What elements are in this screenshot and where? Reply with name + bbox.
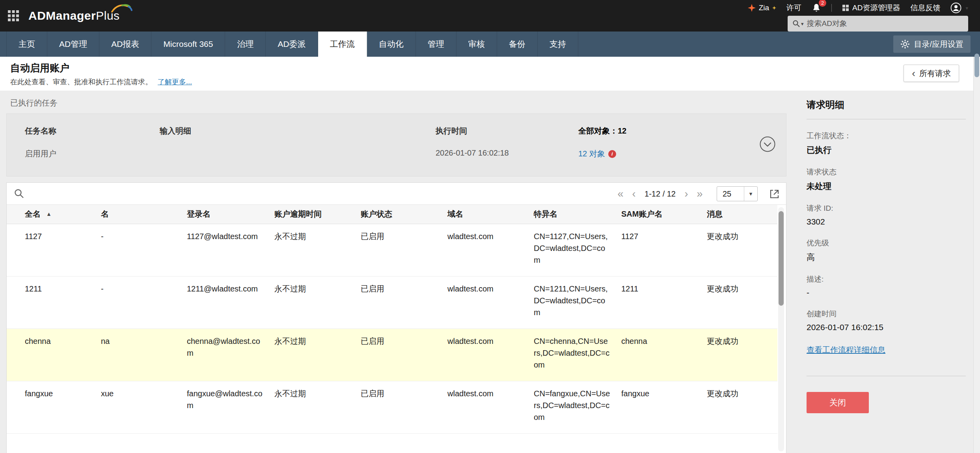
objects-link-label: 12 对象 (578, 149, 605, 159)
cell-domain: wladtest.com (442, 329, 528, 381)
brand-name: ADManager (28, 9, 96, 22)
tab-m365[interactable]: Microsoft 365 (151, 32, 225, 57)
objects-link[interactable]: 12 对象 i (578, 149, 616, 159)
back-chevron-icon: ‹ (912, 68, 915, 78)
table-row[interactable]: fangxue xue fangxue@wladtest.com 永不过期 已启… (7, 381, 777, 433)
sort-asc-icon: ▲ (46, 211, 52, 217)
zia-button[interactable]: Zia (748, 4, 776, 12)
cell-logon: chenna@wladtest.com (181, 329, 269, 381)
tab-workflow[interactable]: 工作流 (318, 32, 367, 57)
executed-task-panel: 任务名称 输入明细 执行时间 全部对象：12 启用用户 2026-01-07 1… (6, 113, 786, 176)
first-page-button[interactable]: « (614, 189, 627, 199)
tab-audit[interactable]: 审核 (456, 32, 497, 57)
tab-ad-reports[interactable]: AD报表 (99, 32, 151, 57)
cell-dn: CN=chenna,CN=Users,DC=wladtest,DC=com (528, 329, 616, 381)
header-logon-name[interactable]: 登录名 (181, 205, 269, 224)
header-dn[interactable]: 特异名 (528, 205, 616, 224)
results-table: 全名▲ 名 登录名 账户逾期时间 账户状态 域名 特异名 SAM账户名 消息 1… (7, 205, 777, 434)
cell-status: 已启用 (355, 276, 442, 329)
cell-sam: chenna (616, 329, 701, 381)
page-title: 自动启用账户 (10, 61, 69, 74)
tab-admin[interactable]: 管理 (416, 32, 456, 57)
info-icon[interactable]: i (608, 150, 616, 158)
table-toolbar: « ‹ 1-12 / 12 › » 25 ▾ (7, 183, 786, 205)
page-scrollbar-thumb[interactable] (974, 54, 979, 77)
prev-page-button[interactable]: ‹ (627, 189, 641, 199)
page-subtitle: 在此处查看、审查、批准和执行工作流请求。了解更多... (10, 77, 192, 87)
header-account-status[interactable]: 账户状态 (355, 205, 442, 224)
field-request-status: 请求状态 未处理 (807, 167, 966, 192)
collapse-panel-button[interactable] (759, 136, 776, 154)
view-workflow-details-link[interactable]: 查看工作流程详细信息 (807, 345, 885, 355)
executed-tasks-title: 已执行的任务 (10, 98, 58, 108)
user-avatar-icon (950, 2, 961, 13)
table-row-highlighted[interactable]: chenna na chenna@wladtest.com 永不过期 已启用 w… (7, 329, 777, 381)
account-menu-button[interactable]: ▾ (950, 2, 968, 13)
table-search-button[interactable] (14, 188, 24, 201)
header-first-name[interactable]: 名 (95, 205, 181, 224)
page-size-select[interactable]: 25 ▾ (717, 186, 758, 201)
next-page-button[interactable]: › (680, 189, 693, 199)
close-button[interactable]: 关闭 (807, 392, 869, 413)
tab-ad-delegation[interactable]: AD委派 (266, 32, 318, 57)
header-sam[interactable]: SAM账户名 (616, 205, 701, 224)
all-requests-button[interactable]: ‹ 所有请求 (904, 65, 959, 82)
learn-more-link[interactable]: 了解更多... (158, 78, 192, 86)
header-full-name-label: 全名 (25, 210, 41, 218)
tab-automation[interactable]: 自动化 (367, 32, 416, 57)
header-message[interactable]: 消息 (701, 205, 777, 224)
cell-first-name: xue (95, 381, 181, 433)
header-full-name[interactable]: 全名▲ (7, 205, 95, 224)
page-size-value: 25 (723, 189, 731, 199)
ad-explorer-button[interactable]: AD资源管理器 (842, 3, 900, 13)
main-nav: 主页 AD管理 AD报表 Microsoft 365 治理 AD委派 工作流 自… (0, 32, 980, 57)
tab-governance[interactable]: 治理 (225, 32, 266, 57)
cell-message: 更改成功 (701, 224, 777, 276)
tab-home[interactable]: 主页 (6, 32, 47, 57)
field-value: 2026-01-07 16:02:15 (807, 323, 966, 332)
table-scrollbar-thumb[interactable] (779, 211, 784, 306)
cell-message: 更改成功 (701, 329, 777, 381)
page-range: 1-12 / 12 (645, 189, 676, 199)
header-domain[interactable]: 域名 (442, 205, 528, 224)
tab-ad-mgmt[interactable]: AD管理 (47, 32, 99, 57)
page-header: 自动启用账户 在此处查看、审查、批准和执行工作流请求。了解更多... ‹ 所有请… (0, 57, 973, 91)
global-search-input[interactable] (807, 19, 963, 28)
table-row[interactable]: 1127 - 1127@wladtest.com 永不过期 已启用 wladte… (7, 224, 777, 276)
cell-domain: wladtest.com (442, 276, 528, 329)
field-label: 描述: (807, 274, 966, 284)
page-scrollbar[interactable] (973, 57, 980, 453)
field-created-time: 创建时间 2026-01-07 16:02:15 (807, 309, 966, 332)
col-task-name: 任务名称 (25, 126, 56, 136)
table-row[interactable]: 1211 - 1211@wladtest.com 永不过期 已启用 wladte… (7, 276, 777, 329)
col-total-objects: 全部对象：12 (578, 126, 626, 136)
header-account-expiry[interactable]: 账户逾期时间 (269, 205, 355, 224)
field-workflow-status: 工作流状态： 已执行 (807, 131, 966, 156)
cell-status: 已启用 (355, 381, 442, 433)
cell-expiry: 永不过期 (269, 224, 355, 276)
cell-full-name: 1127 (7, 224, 95, 276)
cell-full-name: chenna (7, 329, 95, 381)
cell-first-name: - (95, 276, 181, 329)
export-button[interactable] (769, 188, 781, 200)
results-table-card: « ‹ 1-12 / 12 › » 25 ▾ 全名 (6, 182, 786, 453)
field-value: 3302 (807, 217, 966, 226)
tab-support[interactable]: 支持 (538, 32, 578, 57)
cell-logon: fangxue@wladtest.com (181, 381, 269, 433)
cell-first-name: - (95, 224, 181, 276)
field-value: - (807, 288, 966, 297)
cell-sam: 1211 (616, 276, 701, 329)
global-search[interactable]: ▾ (788, 16, 968, 32)
cell-domain: wladtest.com (442, 381, 528, 433)
feedback-button[interactable]: 信息反馈 (910, 3, 940, 13)
last-page-button[interactable]: » (693, 189, 706, 199)
notifications-button[interactable]: 2 (812, 3, 821, 13)
tab-backup[interactable]: 备份 (497, 32, 538, 57)
search-scope-caret-icon[interactable]: ▾ (801, 21, 804, 27)
table-scrollbar[interactable] (778, 207, 784, 451)
directory-app-settings-button[interactable]: 目录/应用设置 (893, 35, 971, 53)
app-launcher-icon[interactable] (7, 9, 20, 22)
cell-logon: 1127@wladtest.com (181, 224, 269, 276)
license-button[interactable]: 许可 (786, 3, 801, 13)
zia-label: Zia (759, 4, 769, 12)
